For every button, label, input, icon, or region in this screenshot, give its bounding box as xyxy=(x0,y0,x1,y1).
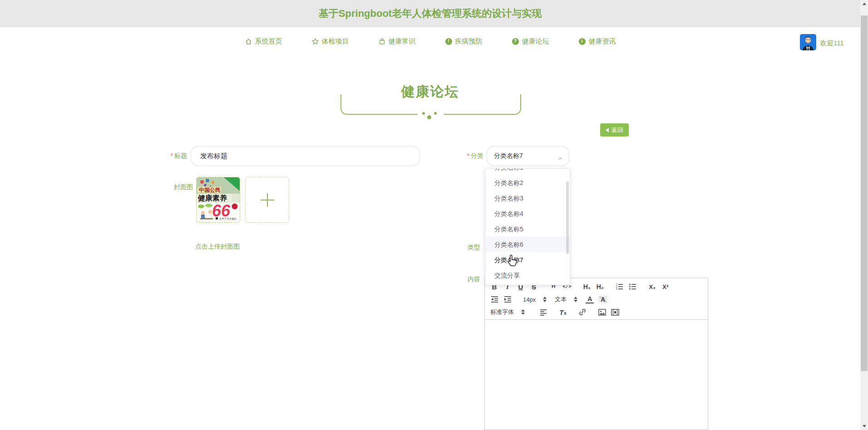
main-nav: 系统首页 体检项目 健康常识 ! 疾病预防 ? 健康论坛 i 健康资讯 xyxy=(0,27,860,55)
decoration-dot xyxy=(427,115,431,119)
book-cover-image: 中国公民 健康素养 66 化学工业出版社 xyxy=(197,177,240,222)
font-size-value: 14px xyxy=(523,296,536,303)
category-option[interactable]: 分类名称4 xyxy=(485,206,570,221)
app-header: 基于Springboot老年人体检管理系统的设计与实现 xyxy=(0,0,860,27)
scrollbar-down-arrow[interactable] xyxy=(860,422,868,430)
toolbar-row-2: 14px 文本 A A xyxy=(490,293,704,306)
nav-item-label: 系统首页 xyxy=(255,37,282,46)
category-option[interactable]: 分类名称2 xyxy=(485,175,570,191)
exclamation-circle-icon: ! xyxy=(445,38,453,45)
scrollbar-up-arrow[interactable] xyxy=(860,0,868,8)
svg-text:中国公民: 中国公民 xyxy=(199,187,221,193)
outdent-icon[interactable] xyxy=(490,296,498,303)
required-mark: * xyxy=(467,152,469,159)
nav-item-home[interactable]: 系统首页 xyxy=(245,37,282,46)
category-select-value: 分类名称7 xyxy=(494,152,523,160)
title-decoration-bracket xyxy=(340,94,521,115)
content-field-label: 内容 xyxy=(468,275,480,283)
bullet-list-icon[interactable] xyxy=(629,283,637,290)
nav-item-forum[interactable]: ? 健康论坛 xyxy=(512,37,549,46)
category-option-list: 分类名称1 分类名称2 分类名称3 分类名称4 分类名称5 分类名称6 分类名称… xyxy=(485,168,570,283)
subscript-button[interactable]: X₂ xyxy=(648,284,656,290)
editor-content-area[interactable] xyxy=(485,320,708,430)
ordered-list-icon[interactable]: 123 xyxy=(616,283,624,290)
bag-icon xyxy=(378,38,386,45)
svg-text:健康素养: 健康素养 xyxy=(197,194,227,202)
toolbar-row-3: 标准字体 Tx xyxy=(490,306,704,318)
category-option-hovered[interactable]: 分类名称6 xyxy=(485,237,570,252)
nav-item-label: 健康常识 xyxy=(389,37,416,46)
cover-image-thumbnail[interactable]: 中国公民 健康素养 66 化学工业出版社 xyxy=(196,177,240,223)
required-mark: * xyxy=(171,152,173,159)
nav-item-checkup[interactable]: 体检项目 xyxy=(311,37,349,46)
question-circle-icon: ? xyxy=(512,38,519,45)
nav-item-label: 健康论坛 xyxy=(522,37,549,46)
category-option[interactable]: 分类名称1 xyxy=(485,168,570,175)
content-editor: B I U S ” </> H₁ H₂ 123 X₂ X² xyxy=(484,278,708,430)
type-field-label: 类型 xyxy=(468,244,480,252)
home-icon xyxy=(245,38,252,45)
nav-item-prevention[interactable]: ! 疾病预防 xyxy=(445,37,483,46)
superscript-button[interactable]: X² xyxy=(661,284,670,290)
nav-item-knowledge[interactable]: 健康常识 xyxy=(378,37,416,46)
title-input[interactable] xyxy=(191,146,420,166)
heading2-button[interactable]: H₂ xyxy=(596,283,604,290)
decoration-dot xyxy=(434,112,437,115)
category-option-selected[interactable]: 分类名称7 xyxy=(485,252,570,268)
nav-item-news[interactable]: i 健康资讯 xyxy=(578,37,616,46)
decoration-dot xyxy=(422,112,425,115)
nav-item-label: 体检项目 xyxy=(322,37,349,46)
updown-arrows-icon xyxy=(574,297,577,302)
category-field-label: *分类 xyxy=(447,152,483,160)
background-color-button[interactable]: A xyxy=(599,296,607,303)
back-button[interactable]: 返回 xyxy=(600,123,629,137)
welcome-text: 欢迎111 xyxy=(820,39,844,48)
align-icon[interactable] xyxy=(539,309,547,316)
back-arrow-icon xyxy=(606,128,609,132)
svg-text:3: 3 xyxy=(616,288,617,290)
paragraph-format-picker[interactable]: 文本 xyxy=(555,295,577,303)
nav-item-label: 健康资讯 xyxy=(589,37,616,46)
cover-upload-hint[interactable]: 点击上传封面图 xyxy=(195,243,240,251)
font-family-picker[interactable]: 标准字体 xyxy=(490,308,525,316)
updown-arrows-icon xyxy=(521,309,525,315)
plus-icon xyxy=(260,192,275,208)
video-icon[interactable] xyxy=(611,309,619,316)
heading1-button[interactable]: H₁ xyxy=(583,283,591,290)
app-title: 基于Springboot老年人体检管理系统的设计与实现 xyxy=(0,0,860,27)
text-color-button[interactable]: A xyxy=(586,296,594,303)
category-dropdown-panel: 分类名称1 分类名称2 分类名称3 分类名称4 分类名称5 分类名称6 分类名称… xyxy=(485,168,570,285)
clear-format-button[interactable]: Tx xyxy=(559,309,567,316)
dropdown-scrollbar-thumb[interactable] xyxy=(566,181,569,254)
paragraph-format-value: 文本 xyxy=(555,295,567,303)
title-field-label: *标题 xyxy=(151,152,187,160)
avatar[interactable] xyxy=(800,34,816,50)
category-option[interactable]: 分类名称5 xyxy=(485,221,570,237)
updown-arrows-icon xyxy=(543,297,547,302)
back-button-label: 返回 xyxy=(612,126,623,134)
chevron-up-icon xyxy=(557,155,563,162)
font-family-value: 标准字体 xyxy=(490,308,514,316)
svg-text:化学工业出版社: 化学工业出版社 xyxy=(219,217,237,220)
link-icon[interactable] xyxy=(578,308,587,316)
info-circle-icon: i xyxy=(578,38,586,45)
page-scrollbar[interactable] xyxy=(860,0,868,430)
indent-icon[interactable] xyxy=(503,296,512,303)
image-icon[interactable] xyxy=(598,309,606,316)
cover-upload-button[interactable] xyxy=(245,177,289,223)
category-option[interactable]: 分类名称3 xyxy=(485,191,570,206)
dropdown-arrow xyxy=(498,163,504,169)
category-option[interactable]: 交流分享 xyxy=(485,268,570,283)
page: 基于Springboot老年人体检管理系统的设计与实现 系统首页 体检项目 健康… xyxy=(0,0,868,430)
nav-item-label: 疾病预防 xyxy=(455,37,483,46)
font-size-picker[interactable]: 14px xyxy=(523,296,547,303)
cover-field-label: 封面图 xyxy=(174,183,193,191)
star-icon xyxy=(311,38,319,45)
scrollbar-thumb[interactable] xyxy=(861,15,868,371)
